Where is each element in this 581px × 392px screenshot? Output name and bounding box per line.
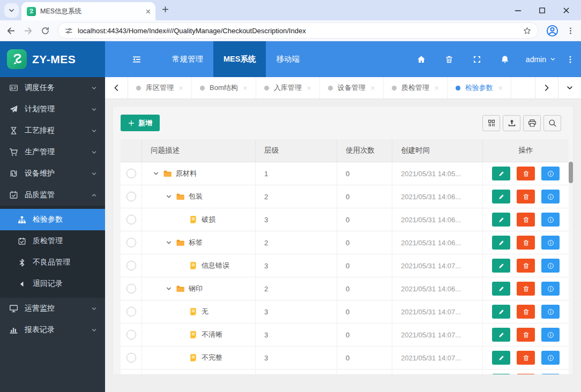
bookmark-star-icon[interactable] [523, 27, 531, 35]
delete-button[interactable] [517, 351, 535, 365]
search-button[interactable] [543, 115, 561, 131]
chevron-down-icon[interactable] [166, 239, 172, 246]
info-button[interactable] [541, 282, 560, 296]
delete-button[interactable] [517, 374, 535, 374]
sidebar-item-3[interactable]: 生产管理 [0, 141, 105, 163]
close-icon[interactable] [562, 6, 570, 14]
page-tab-5[interactable]: 检验参数 [448, 77, 511, 99]
sidebar-collapse-icon[interactable] [132, 55, 141, 64]
chevron-down-icon[interactable] [153, 170, 159, 177]
row-radio-button[interactable] [126, 307, 136, 316]
tab-search-button[interactable] [4, 3, 19, 18]
sidebar-item-0[interactable]: 调度任务 [0, 77, 105, 99]
columns-button[interactable] [482, 115, 500, 131]
page-tab-2[interactable]: 入库管理 [256, 77, 320, 99]
row-radio-button[interactable] [126, 330, 136, 340]
bell-icon[interactable] [491, 55, 519, 64]
page-tab-3[interactable]: 设备管理 [320, 77, 384, 99]
row-radio-button[interactable] [126, 261, 136, 270]
print-button[interactable] [523, 115, 541, 131]
row-radio-button[interactable] [126, 353, 136, 363]
add-button[interactable]: 新增 [121, 115, 160, 131]
delete-button[interactable] [517, 282, 535, 296]
info-button[interactable] [541, 236, 560, 250]
close-icon[interactable] [307, 86, 311, 91]
browser-menu-icon[interactable] [567, 27, 575, 35]
export-button[interactable] [503, 115, 520, 131]
page-tab-4[interactable]: 质检管理 [384, 77, 448, 99]
tabs-scroll-right-button[interactable] [535, 77, 558, 99]
site-settings-icon[interactable] [65, 27, 73, 35]
delete-button[interactable] [517, 305, 535, 319]
delete-button[interactable] [517, 167, 535, 180]
row-radio-button[interactable] [126, 192, 136, 201]
table-scrollbar[interactable] [569, 162, 573, 374]
info-button[interactable] [541, 190, 560, 203]
sidebar-item-2[interactable]: 工艺排程 [0, 120, 105, 141]
page-tab-1[interactable]: Bom结构 [192, 77, 256, 99]
delete-button[interactable] [517, 190, 535, 203]
delete-button[interactable] [517, 213, 535, 227]
page-tab-0[interactable]: 库区管理 [128, 77, 192, 99]
edit-button[interactable] [492, 282, 510, 296]
nav-item-2[interactable]: 移动端 [266, 41, 310, 77]
close-icon[interactable] [434, 86, 439, 91]
minimize-icon[interactable] [514, 6, 522, 14]
row-radio-button[interactable] [126, 238, 136, 247]
expand-icon[interactable] [463, 55, 491, 64]
edit-button[interactable] [492, 259, 510, 273]
row-radio-button[interactable] [126, 215, 136, 224]
browser-tab[interactable]: MES信息系统 [21, 2, 155, 20]
close-icon[interactable] [370, 86, 375, 91]
sidebar-subitem-2[interactable]: 不良品管理 [0, 252, 105, 273]
edit-button[interactable] [492, 213, 510, 227]
info-button[interactable] [541, 305, 560, 319]
sidebar-subitem-3[interactable]: 退回记录 [0, 273, 105, 295]
sidebar-item-7[interactable]: 报表记录 [0, 319, 105, 341]
info-button[interactable] [541, 259, 560, 273]
user-menu[interactable]: admin [519, 55, 563, 64]
nav-item-1[interactable]: MES系统 [213, 41, 266, 77]
trash-icon[interactable] [435, 55, 463, 64]
info-button[interactable] [541, 167, 560, 180]
edit-button[interactable] [492, 167, 510, 180]
sidebar-subitem-0[interactable]: 检验参数 [0, 209, 105, 230]
sidebar-item-6[interactable]: 运营监控 [0, 298, 105, 319]
edit-button[interactable] [492, 328, 510, 342]
address-bar[interactable]: localhost:44343/Home/Index#//QualityMana… [58, 22, 538, 39]
edit-button[interactable] [492, 190, 510, 203]
sidebar-item-5[interactable]: 品质监管 [0, 184, 105, 206]
row-radio-button[interactable] [126, 169, 136, 178]
edit-button[interactable] [492, 374, 510, 374]
back-icon[interactable] [6, 26, 16, 35]
forward-icon[interactable] [24, 26, 33, 35]
edit-button[interactable] [492, 236, 510, 250]
edit-button[interactable] [492, 305, 510, 319]
tabs-scroll-left-button[interactable] [105, 77, 128, 99]
info-button[interactable] [541, 213, 560, 227]
info-button[interactable] [541, 374, 560, 374]
chevron-down-icon[interactable] [166, 193, 172, 200]
reload-icon[interactable] [41, 26, 50, 35]
sidebar-item-4[interactable]: 设备维护 [0, 163, 105, 184]
close-icon[interactable] [498, 86, 503, 91]
maximize-icon[interactable] [538, 6, 546, 14]
new-tab-button[interactable] [162, 5, 169, 15]
scrollbar-thumb[interactable] [569, 162, 573, 183]
close-icon[interactable] [243, 86, 248, 91]
profile-avatar-icon[interactable] [546, 25, 558, 37]
more-menu-icon[interactable] [563, 55, 578, 64]
tab-close-icon[interactable] [145, 9, 151, 14]
sidebar-subitem-1[interactable]: 质检管理 [0, 230, 105, 252]
close-icon[interactable] [178, 86, 183, 91]
home-icon[interactable] [407, 55, 435, 64]
sidebar-item-1[interactable]: 计划管理 [0, 99, 105, 120]
info-button[interactable] [541, 328, 560, 342]
nav-item-0[interactable]: 常规管理 [162, 41, 213, 77]
delete-button[interactable] [517, 236, 535, 250]
chevron-down-icon[interactable] [166, 285, 172, 292]
delete-button[interactable] [517, 328, 535, 342]
info-button[interactable] [541, 351, 560, 365]
edit-button[interactable] [492, 351, 510, 365]
tabs-menu-button[interactable] [558, 77, 581, 99]
